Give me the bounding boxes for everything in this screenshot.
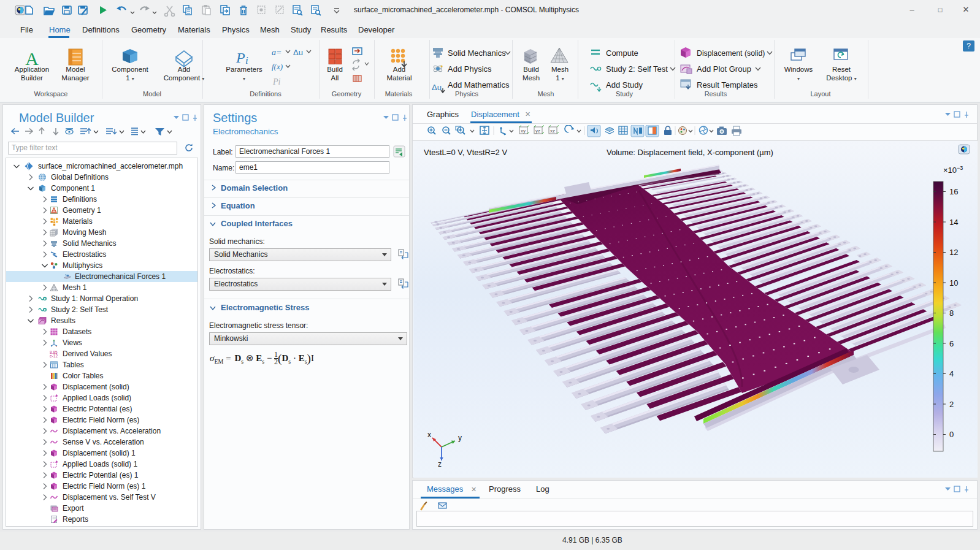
- svg-text:a=: a=: [272, 48, 281, 57]
- svg-text:2: 2: [949, 400, 954, 409]
- svg-text:10: 10: [949, 278, 958, 288]
- svg-text:z: z: [438, 460, 442, 468]
- svg-text:xy: xy: [521, 128, 526, 134]
- svg-text:Solid Mechanics: Solid Mechanics: [448, 48, 506, 58]
- svg-text:yz: yz: [535, 128, 540, 134]
- svg-text:6: 6: [949, 339, 954, 348]
- svg-text:Result Templates: Result Templates: [697, 80, 758, 90]
- svg-text:y: y: [458, 434, 462, 442]
- svg-text:16: 16: [949, 187, 958, 196]
- svg-text:e-12: e-12: [50, 354, 58, 358]
- svg-text:−3: −3: [957, 165, 963, 171]
- svg-text:Compute: Compute: [606, 48, 638, 58]
- svg-text:P: P: [235, 50, 245, 66]
- svg-text:Displacement (solid): Displacement (solid): [697, 49, 765, 58]
- svg-text:Add Study: Add Study: [606, 80, 643, 90]
- svg-text:×10: ×10: [943, 166, 957, 175]
- svg-text:Add Plot Group: Add Plot Group: [697, 64, 751, 74]
- svg-text:12: 12: [949, 248, 958, 257]
- svg-text:Δu: Δu: [432, 83, 442, 92]
- svg-text:Study 2: Self Test: Study 2: Self Test: [606, 64, 668, 74]
- svg-text:Δu: Δu: [293, 48, 303, 57]
- svg-text:xz: xz: [550, 128, 555, 134]
- svg-text:4: 4: [949, 369, 954, 378]
- svg-text:Add Physics: Add Physics: [448, 64, 492, 74]
- svg-text:0: 0: [949, 430, 954, 439]
- svg-text:8: 8: [949, 308, 954, 318]
- svg-text:14: 14: [949, 218, 958, 227]
- svg-text:x: x: [427, 430, 431, 439]
